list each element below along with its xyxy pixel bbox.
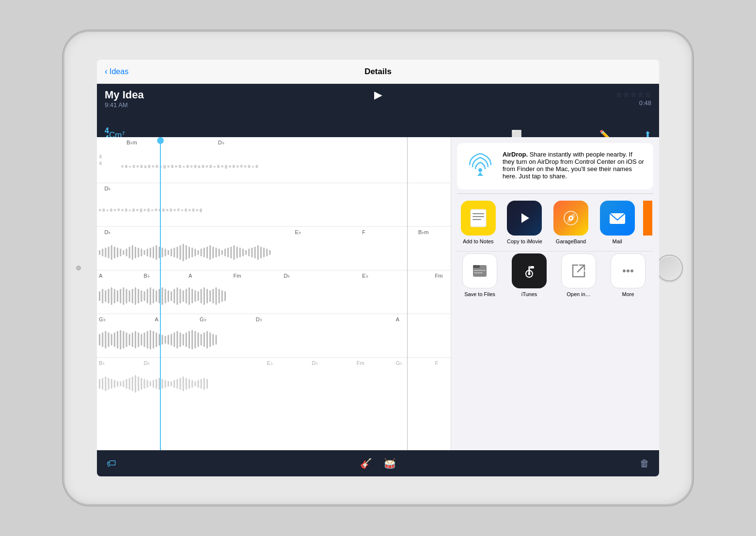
svg-rect-77: [138, 248, 139, 257]
svg-rect-11: [163, 165, 166, 169]
svg-rect-76: [135, 247, 136, 258]
svg-rect-99: [204, 248, 205, 257]
svg-rect-93: [186, 245, 187, 260]
chord-a5: A: [155, 316, 158, 322]
svg-rect-174: [126, 332, 127, 347]
svg-rect-179: [141, 334, 142, 346]
svg-rect-25: [217, 165, 220, 168]
star-rating[interactable]: ☆ ☆ ☆ ☆ ☆: [616, 91, 651, 98]
svg-rect-65: [102, 249, 103, 256]
list-item[interactable]: More: [606, 253, 650, 297]
svg-rect-188: [168, 335, 169, 345]
svg-rect-126: [111, 287, 112, 305]
svg-rect-235: [189, 379, 190, 389]
svg-rect-82: [153, 247, 154, 258]
svg-rect-134: [135, 287, 136, 305]
svg-rect-184: [156, 332, 157, 347]
svg-rect-50: [151, 209, 154, 211]
svg-rect-151: [186, 289, 187, 303]
notes-app-icon: [461, 201, 496, 236]
star-5: ☆: [645, 91, 651, 98]
svg-rect-115: [251, 248, 252, 257]
svg-rect-104: [219, 249, 220, 256]
airdrop-title: AirDrop. Share instantly with people nea…: [503, 151, 646, 180]
svg-rect-182: [150, 330, 151, 349]
svg-rect-118: [260, 247, 262, 258]
list-item[interactable]: Copy to iMovie: [504, 201, 545, 244]
tag-icon[interactable]: 🏷: [107, 458, 116, 469]
svg-rect-169: [111, 334, 112, 346]
svg-rect-30: [236, 165, 239, 167]
svg-rect-36: [99, 209, 101, 211]
svg-rect-131: [126, 289, 127, 303]
stars-duration-group: ☆ ☆ ☆ ☆ ☆ 0:48: [616, 89, 651, 107]
svg-rect-1: [125, 165, 127, 168]
main-content: 4 4 B♭m D♭ G♭ F: [97, 137, 659, 450]
svg-rect-136: [141, 290, 142, 302]
svg-rect-150: [183, 290, 184, 302]
svg-rect-125: [108, 289, 109, 303]
star-1: ☆: [616, 91, 622, 98]
svg-rect-233: [183, 377, 184, 391]
list-item[interactable]: Save to Files: [458, 253, 502, 297]
svg-rect-149: [179, 289, 181, 303]
home-button[interactable]: [656, 255, 683, 282]
svg-rect-94: [189, 247, 190, 258]
svg-rect-2: [129, 166, 131, 167]
list-item[interactable]: GarageBand: [551, 201, 591, 244]
svg-rect-66: [105, 248, 106, 257]
list-item[interactable]: [643, 201, 652, 244]
svg-rect-199: [201, 334, 202, 346]
chord-bb4: B♭: [143, 273, 149, 279]
list-item[interactable]: Mail: [597, 201, 638, 244]
svg-rect-208: [108, 378, 109, 390]
svg-rect-239: [201, 379, 202, 389]
svg-rect-119: [263, 248, 265, 257]
svg-rect-189: [171, 334, 172, 346]
svg-rect-43: [125, 208, 127, 212]
guitar-icon[interactable]: 🎸: [360, 457, 372, 469]
svg-rect-20: [198, 165, 201, 168]
svg-rect-213: [123, 380, 124, 387]
svg-rect-128: [117, 290, 118, 302]
svg-rect-73: [126, 249, 127, 256]
svg-rect-255: [474, 270, 486, 271]
chord-db3: D♭: [105, 229, 111, 236]
apps-row-2: Save to Files iTunes: [451, 252, 659, 304]
svg-rect-159: [209, 290, 211, 302]
list-item[interactable]: iTunes: [507, 253, 551, 297]
svg-rect-55: [170, 208, 172, 212]
svg-rect-70: [117, 248, 118, 257]
play-button[interactable]: ▶: [374, 89, 382, 101]
svg-rect-187: [165, 336, 166, 344]
svg-rect-111: [239, 248, 241, 257]
nav-back-button[interactable]: ‹ Ideas: [105, 66, 128, 77]
svg-rect-123: [102, 289, 103, 303]
svg-point-251: [570, 217, 572, 219]
svg-rect-236: [191, 380, 193, 388]
list-item[interactable]: Add to Notes: [458, 201, 499, 244]
svg-rect-21: [202, 165, 205, 168]
svg-rect-152: [189, 287, 190, 305]
svg-rect-100: [206, 247, 208, 258]
track-name: My Idea: [105, 89, 144, 101]
chord-a4: A: [99, 273, 102, 279]
svg-rect-89: [173, 248, 175, 257]
airdrop-section: AirDrop. Share instantly with people nea…: [457, 143, 653, 189]
svg-rect-209: [111, 379, 112, 389]
svg-rect-178: [138, 332, 139, 347]
apps-row-1: Add to Notes Copy to iMovie: [451, 194, 659, 251]
openin-label: Open in…: [567, 291, 591, 297]
delete-icon[interactable]: 🗑: [640, 458, 649, 469]
svg-rect-130: [123, 287, 124, 305]
svg-rect-245: [472, 213, 484, 214]
svg-rect-91: [179, 245, 181, 260]
svg-rect-22: [205, 165, 208, 167]
play-icon: ▶: [374, 89, 382, 101]
list-item[interactable]: Open in…: [557, 253, 600, 297]
drums-icon[interactable]: 🥁: [384, 457, 396, 469]
more-app-icon: [611, 253, 646, 288]
svg-rect-137: [143, 291, 145, 301]
svg-rect-86: [165, 249, 166, 256]
svg-rect-216: [132, 377, 133, 391]
